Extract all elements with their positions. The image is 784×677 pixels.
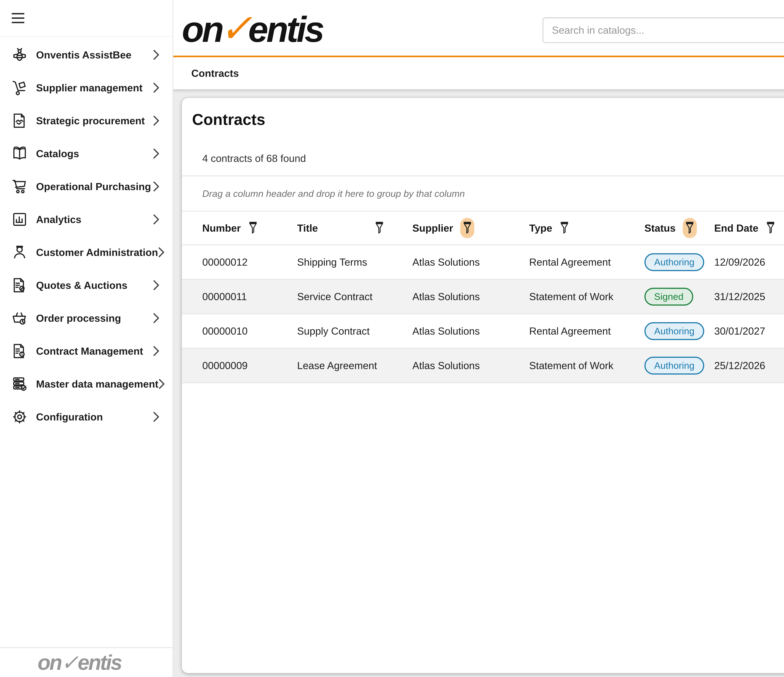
cell-type: Statement of Work [529,360,644,371]
column-label: Supplier [412,222,453,234]
sidebar-item-master-data-management[interactable]: Master data management [0,368,173,401]
sidebar-item-strategic-procurement[interactable]: Strategic procurement [0,104,173,137]
basket-clock-icon [11,309,28,327]
card-header: Contracts Create contract [182,98,784,141]
shopping-cart-icon [11,178,28,195]
sidebar-item-label: Quotes & Auctions [36,279,153,291]
filter-funnel-icon[interactable] [248,221,258,235]
table-row[interactable]: 00000009Lease AgreementAtlas SolutionsSt… [182,348,784,383]
bee-icon [11,46,28,64]
cell-end_date: 25/12/2026 [714,360,784,371]
column-header-type[interactable]: Type [529,221,644,235]
chevron-right-icon [153,82,160,93]
cell-status: Authoring [644,322,714,340]
cell-status: Signed [644,288,714,306]
sidebar-item-label: Master data management [36,378,159,390]
cell-supplier: Atlas Solutions [412,360,529,371]
hamburger-menu-icon[interactable] [12,13,24,23]
sidebar-item-quotes-auctions[interactable]: Quotes & Auctions [0,269,173,302]
column-header-end_date[interactable]: End Date [714,221,784,235]
onventis-logo[interactable]: on✓entis [182,6,322,51]
cell-number: 00000012 [202,256,297,268]
cell-supplier: Atlas Solutions [412,325,529,337]
column-label: Title [297,222,318,234]
sidebar-item-supplier-management[interactable]: Supplier management [0,71,173,104]
breadcrumb[interactable]: Contracts [191,67,239,79]
sidebar-header [0,0,173,37]
column-label: Type [529,222,552,234]
column-label: End Date [714,222,758,234]
sidebar-item-onventis-assistbee[interactable]: Onventis AssistBee [0,39,173,71]
gear-icon [11,408,28,425]
column-header-status[interactable]: Status [644,218,714,238]
sidebar-item-label: Supplier management [36,82,153,94]
cell-type: Rental Agreement [529,325,644,337]
filter-funnel-icon[interactable] [765,221,776,235]
sidebar-item-label: Catalogs [36,148,153,160]
column-header-number[interactable]: Number [202,221,297,235]
table-row[interactable]: 00000011Service ContractAtlas SolutionsS… [182,279,784,314]
document-paragraph-icon: § [11,342,28,360]
column-header-supplier[interactable]: Supplier [412,218,529,238]
sidebar-item-contract-management[interactable]: §Contract Management [0,335,173,368]
catalog-search [543,17,784,43]
cell-type: Rental Agreement [529,256,644,268]
sidebar-item-label: Strategic procurement [36,115,153,127]
sidebar-item-label: Onventis AssistBee [36,49,153,61]
check-mark-icon: ✓ [61,651,78,674]
open-book-icon [11,145,28,162]
chevron-right-icon [153,181,160,192]
sidebar-item-analytics[interactable]: Analytics [0,203,173,236]
sidebar-item-configuration[interactable]: Configuration [0,401,173,433]
top-header: on✓entis ?CM [173,0,784,57]
cell-title: Shipping Terms [297,256,412,268]
result-count: 4 contracts of 68 found [202,152,306,164]
sidebar-menu: Onventis AssistBeeSupplier managementStr… [0,37,173,647]
sidebar-footer: on✓entis [0,647,173,677]
chevron-right-icon [158,247,165,258]
cell-supplier: Atlas Solutions [412,256,529,268]
filter-funnel-icon[interactable] [684,221,695,235]
filter-funnel-icon[interactable] [559,221,569,235]
check-mark-icon: ✓ [220,6,250,50]
sidebar-item-label: Analytics [36,214,153,225]
sidebar-item-label: Customer Administration [36,247,158,258]
sidebar-item-label: Contract Management [36,345,153,357]
column-label: Status [644,222,676,234]
page-title: Contracts [192,110,265,129]
content-area: Contracts Create contract 4 contracts of… [173,89,784,677]
chevron-right-icon [153,280,160,291]
handshake-document-icon [11,112,28,129]
bar-chart-icon [11,211,28,228]
sidebar-item-label: Order processing [36,312,153,324]
sidebar: Onventis AssistBeeSupplier managementStr… [0,0,173,677]
column-label: Number [202,222,241,234]
sidebar-item-order-processing[interactable]: Order processing [0,302,173,335]
chevron-right-icon [153,148,160,159]
app-root: Onventis AssistBeeSupplier managementStr… [0,0,784,677]
database-check-icon [11,375,28,393]
onventis-footer-logo: on✓entis [37,650,121,675]
table-row[interactable]: 00000012Shipping TermsAtlas SolutionsRen… [182,245,784,279]
cell-number: 00000011 [202,291,297,303]
chevron-right-icon [153,346,160,357]
svg-text:§: § [21,352,23,357]
filter-funnel-icon[interactable] [462,221,473,235]
hand-truck-icon [11,79,28,96]
chevron-right-icon [153,115,160,126]
sidebar-item-operational-purchasing[interactable]: Operational Purchasing [0,170,173,203]
search-input[interactable] [543,24,784,36]
document-percent-icon [11,276,28,294]
filter-toolbar: 4 contracts of 68 found Clear filters [182,141,784,176]
filter-funnel-icon[interactable] [374,221,384,235]
cell-title: Supply Contract [297,325,412,337]
cell-end_date: 31/12/2025 [714,291,784,303]
sidebar-item-catalogs[interactable]: Catalogs [0,137,173,170]
table-row[interactable]: 00000010Supply ContractAtlas SolutionsRe… [182,314,784,348]
group-by-zone[interactable]: Drag a column header and drop it here to… [182,176,784,211]
active-filter-indicator [683,218,697,238]
status-badge: Authoring [644,253,704,271]
group-by-hint: Drag a column header and drop it here to… [202,188,465,199]
sidebar-item-customer-administration[interactable]: Customer Administration [0,236,173,269]
column-header-title[interactable]: Title [297,221,412,235]
